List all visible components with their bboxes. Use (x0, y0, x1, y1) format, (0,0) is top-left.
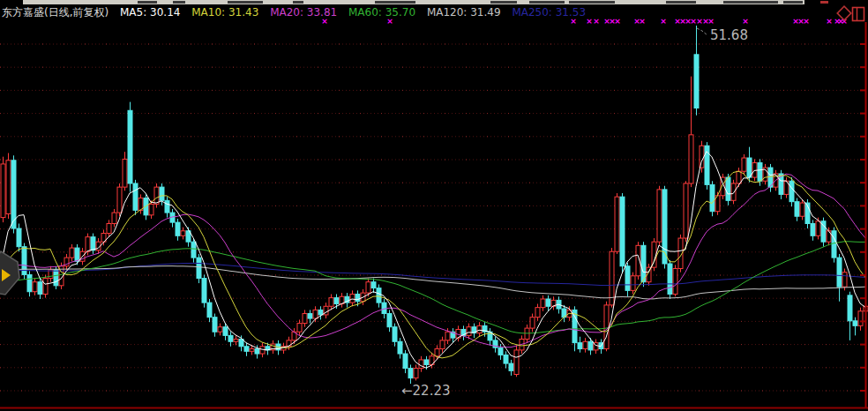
ma60-readout: MA60: 35.70 (348, 6, 415, 19)
svg-text:×: × (660, 17, 667, 26)
chart-frame (0, 22, 868, 408)
ma10-readout: MA10: 31.43 (191, 6, 258, 19)
ma5-readout: MA5: 30.14 (120, 6, 180, 19)
ma60-line (3, 242, 865, 333)
candles-group (1, 26, 868, 384)
low-price-label: ←22.23 (401, 383, 451, 399)
ma120-line (3, 266, 865, 299)
panes-icon[interactable] (853, 8, 864, 21)
high-label-leader (697, 28, 707, 35)
svg-text:×: × (593, 17, 600, 26)
svg-text:×: × (707, 17, 715, 26)
nav-arrow-watermark[interactable] (0, 251, 19, 295)
candlestick-chart[interactable]: ××××××××××××××××××××××××××51.68←22.23 (0, 0, 868, 411)
chart-header: 东方嘉盛(日线,前复权) MA5: 30.14 MA10: 31.43 MA20… (2, 5, 594, 19)
svg-text:×: × (826, 17, 833, 26)
grid (0, 44, 863, 391)
high-price-label: 51.68 (710, 27, 748, 43)
stock-chart-window: ××××××××××××××××××××××××××51.68←22.23 东方… (0, 0, 868, 411)
stock-title: 东方嘉盛(日线,前复权) (2, 6, 108, 19)
svg-text:×: × (639, 17, 646, 26)
ma20-readout: MA20: 33.81 (270, 6, 337, 19)
svg-text:×: × (614, 17, 621, 26)
ma250-readout: MA250: 31.53 (512, 6, 586, 19)
svg-text:×: × (742, 17, 749, 26)
ma120-readout: MA120: 31.49 (427, 6, 501, 19)
svg-text:×: × (803, 17, 810, 26)
